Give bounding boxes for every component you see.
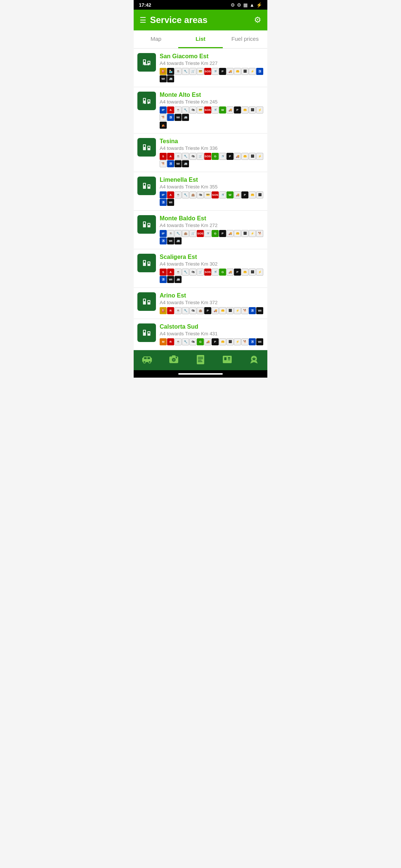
tab-list[interactable]: List: [178, 30, 223, 48]
ip-icon: IP: [160, 230, 167, 237]
sos-icon: SOS: [204, 106, 211, 114]
svg-rect-63: [228, 357, 230, 359]
list-item[interactable]: Calstorta Sud A4 towards Trieste Km 431 …: [134, 319, 267, 350]
svg-rect-14: [149, 103, 150, 104]
service-area-icon: [137, 92, 156, 110]
list-item[interactable]: Monte Alto Est A4 towards Trieste Km 245…: [134, 87, 267, 134]
item-road: A4 towards Trieste Km 355: [160, 184, 264, 190]
list-item[interactable]: Limenella Est A4 towards Trieste Km 355 …: [134, 172, 267, 211]
service-area-icon: [137, 215, 156, 234]
svg-rect-0: [141, 56, 153, 68]
svg-rect-3: [144, 60, 145, 62]
svg-rect-24: [148, 185, 150, 187]
item-content: Monte Alto Est A4 towards Trieste Km 245…: [160, 92, 264, 129]
item-content: Limenella Est A4 towards Trieste Km 355 …: [160, 177, 264, 206]
shower-icon: 🚿: [212, 269, 219, 276]
electric-icon: ⚡: [249, 230, 256, 237]
parking-icon: P: [204, 307, 211, 314]
amenities-row: ⛽ 🏪 ☕ 🔧 🛒 💳 SOS 🚿 P 🚚 🤲 🅿 ⚡ ♿ Wi 🚐: [160, 68, 264, 82]
shower-icon: 🚿: [219, 191, 226, 198]
electric-icon: ⚡: [249, 68, 256, 75]
item-content: Calstorta Sud A4 towards Trieste Km 431 …: [160, 323, 264, 345]
electric-icon: ⚡: [256, 269, 263, 276]
item-road: A4 towards Trieste Km 336: [160, 145, 264, 151]
page-title: Service areas: [150, 15, 208, 25]
shop-icon: 🛍: [189, 307, 196, 314]
cafe-icon: ☕: [175, 106, 182, 114]
amenities-row: IP A ☕ 🔧 🏨 🛍 💳 SOS 🚿 W 🚚 P 🤲 🅿 ♿ Wi: [160, 191, 264, 206]
disabled-icon: ♿: [160, 199, 167, 206]
shower-icon: 🚿: [212, 68, 219, 75]
amenities-row: M R ☕ 🔧 🛍 G 🚚 P 🤲 🅿 ⚡ 🐕 ♿ Wi: [160, 338, 264, 345]
item-name: Tesina: [160, 138, 264, 145]
item-content: San Giacomo Est A4 towards Trieste Km 22…: [160, 53, 264, 82]
svg-rect-40: [141, 327, 153, 339]
list-item[interactable]: Monte Baldo Est A4 towards Trieste Km 27…: [134, 211, 267, 249]
item-road: A4 towards Trieste Km 372: [160, 300, 264, 305]
amenities-row2: ⛺: [160, 122, 264, 129]
parking2-icon: 🅿: [226, 307, 234, 314]
wifi2-icon: W: [226, 191, 234, 198]
pets-icon: 🐕: [241, 307, 248, 314]
amenities-row: S A ☕ 🔧 🛍 🛒 SOS 🚿 G 🚚 P 🤲 🅿 ⚡ ♿ Wi 🚐: [160, 269, 264, 283]
hotel-icon: 🏨: [182, 230, 189, 237]
service-area-list: San Giacomo Est A4 towards Trieste Km 22…: [134, 49, 267, 350]
svg-rect-60: [198, 361, 202, 362]
wifi-amenity-icon: Wi: [175, 160, 182, 167]
list-item[interactable]: Arino Est A4 towards Trieste Km 372 ⛽ R …: [134, 288, 267, 319]
truck-icon: 🚚: [226, 230, 234, 237]
parking-icon: P: [241, 191, 248, 198]
rv-icon: 🚐: [167, 75, 174, 82]
tab-map[interactable]: Map: [134, 30, 178, 48]
menu-icon[interactable]: ☰: [140, 16, 146, 24]
ip-icon: IP: [160, 191, 167, 198]
service-area-icon: [137, 177, 156, 195]
list-item[interactable]: San Giacomo Est A4 towards Trieste Km 22…: [134, 49, 267, 87]
svg-rect-57: [198, 357, 203, 358]
item-name: Limenella Est: [160, 177, 264, 183]
wash-icon: 🤲: [219, 338, 226, 345]
svg-rect-34: [148, 262, 150, 264]
settings1-icon: ⚙: [231, 2, 235, 8]
svg-rect-49: [144, 357, 147, 359]
bottom-navigation: [134, 350, 267, 370]
wifi-amenity-icon: Wi: [175, 114, 182, 121]
status-icons: ⚙ ⚙ ▦ ▲ ⚡: [231, 2, 262, 8]
status-time: 17:42: [139, 2, 151, 8]
list-item[interactable]: Scaligera Est A4 towards Trieste Km 302 …: [134, 249, 267, 288]
svg-rect-38: [144, 299, 145, 301]
shop-icon: 🏪: [167, 68, 174, 75]
hotel-icon: 🏨: [189, 191, 196, 198]
hotel-icon: 🏨: [197, 307, 204, 314]
nav-document[interactable]: [187, 354, 214, 365]
svg-rect-61: [223, 356, 232, 363]
cart-icon: 🛒: [189, 230, 196, 237]
tab-fuel-prices[interactable]: Fuel prices: [223, 30, 267, 48]
truck-icon: 🚚: [226, 68, 234, 75]
parking-icon: P: [226, 153, 234, 160]
wifi-amenity-icon: Wi: [167, 199, 174, 206]
nav-favorite[interactable]: [241, 354, 267, 365]
tabs-bar: Map List Fuel prices: [134, 30, 267, 49]
amenities-row: IP ☕ 🔧 🏨 🛒 SOS 🚿 G P 🚚 🤲 🅿 ⚡ 🐕 ♿ Wi 🚐: [160, 230, 264, 244]
truck-icon: 🚚: [234, 153, 241, 160]
svg-point-48: [149, 361, 151, 363]
truck-icon: 🚚: [212, 307, 219, 314]
rv-icon: 🚐: [182, 114, 189, 121]
parking2-icon: 🅿: [241, 230, 248, 237]
home-indicator: [134, 370, 267, 378]
multicard-icon: M: [160, 338, 167, 345]
svg-rect-50: [147, 357, 150, 359]
list-item[interactable]: Tesina A4 towards Trieste Km 336 S A ☕ 🔧…: [134, 134, 267, 172]
nav-camera[interactable]: [160, 354, 187, 365]
nav-service[interactable]: [214, 354, 241, 365]
svg-point-47: [143, 361, 146, 363]
disabled-icon: ♿: [167, 114, 174, 121]
settings-button[interactable]: ⚙: [254, 15, 261, 25]
r-icon: R: [167, 338, 174, 345]
eni-icon: A: [167, 269, 174, 276]
disabled-icon: ♿: [249, 307, 256, 314]
disabled-icon: ♿: [160, 276, 167, 283]
tools-icon: 🔧: [182, 269, 189, 276]
nav-cars[interactable]: [134, 354, 160, 365]
